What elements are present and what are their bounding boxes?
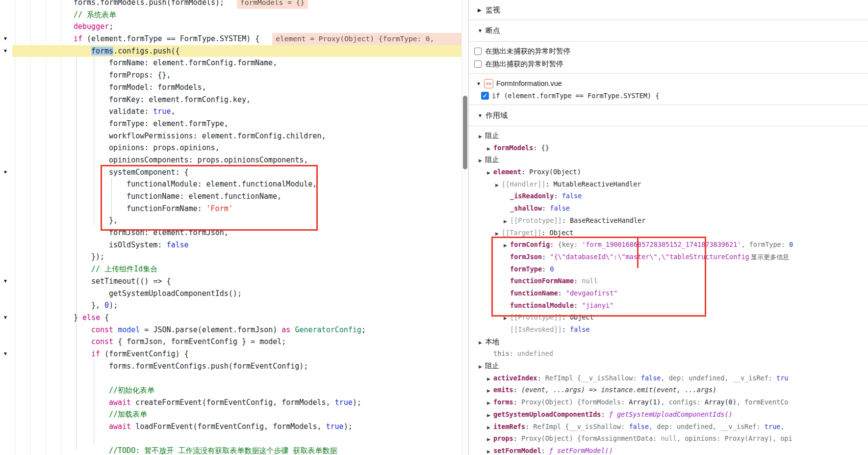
chevron-right-icon[interactable]: ▶ (495, 179, 502, 190)
chevron-right-icon[interactable]: ▶ (479, 131, 485, 142)
code-line[interactable]: const model = JSON.parse(element.formJso… (0, 324, 461, 336)
code-line[interactable]: formKey: element.formConfig.key, (0, 94, 461, 106)
code-line[interactable]: functionFormName: 'Form' (0, 203, 461, 215)
scope-row[interactable]: this: undefined (469, 348, 868, 360)
pause-caught-exceptions-row[interactable]: 在抛出捕获的异常时暂停 (474, 57, 868, 70)
code-line[interactable]: getSystemUploadComponentIds(); (0, 288, 461, 300)
checkbox-unchecked-icon[interactable] (474, 48, 482, 55)
scope-row[interactable]: ▶本地 (469, 336, 868, 348)
breakpoint-code-snippet[interactable]: if (element.formType == FormType.SYSTEM)… (492, 92, 659, 100)
scope-row[interactable]: ▶[[Prototype]]: BaseReactiveHandler (469, 214, 868, 227)
code-line[interactable]: formProps: {}, (0, 69, 461, 81)
chevron-down-icon[interactable]: ▼ (478, 28, 485, 33)
chevron-right-icon[interactable]: ▶ (478, 7, 485, 13)
code-fold-icon[interactable]: ▼ (2, 169, 9, 176)
code-line[interactable]: await createFormEvent(formEventConfig, f… (0, 397, 461, 409)
code-line[interactable]: opinions: props.opinions, (0, 142, 461, 154)
chevron-right-icon[interactable]: ▶ (487, 409, 493, 421)
code-line[interactable]: formName: element.formConfig.formName, (0, 57, 461, 69)
section-watch[interactable]: ▶ 监视 (469, 0, 868, 20)
scope-row[interactable]: ▶activeIndex: RefImpl {__v_isShallow: fa… (469, 372, 868, 384)
chevron-right-icon[interactable]: ▶ (487, 385, 493, 396)
section-scope[interactable]: ▼ 作用域 (469, 105, 868, 126)
chevron-right-icon[interactable]: ▶ (487, 373, 493, 384)
scope-row[interactable]: ▶formModels: {} (469, 142, 868, 154)
code-line[interactable]: functionalModule: element.functionalModu… (0, 178, 461, 190)
scope-row[interactable]: ▶getSystemUploadComponentIds: ƒ getSyste… (469, 408, 868, 421)
editor-scrollbar-thumb[interactable] (463, 96, 467, 169)
chevron-down-icon[interactable]: ▼ (478, 113, 485, 118)
code-line[interactable] (0, 372, 461, 384)
chevron-right-icon[interactable]: ▶ (479, 361, 485, 372)
code-line[interactable]: formModel: formModels, (0, 81, 461, 94)
code-line[interactable]: forms.formEventConfigs.push(formEventCon… (0, 360, 461, 373)
code-line[interactable]: const { formJson, formEventConfig } = mo… (0, 336, 461, 348)
chevron-right-icon[interactable]: ▶ (487, 433, 493, 445)
code-line[interactable]: workflowPermissions: element.formConfig.… (0, 130, 461, 142)
scope-row[interactable]: functionalModule: "jianyi" (469, 299, 868, 312)
code-line[interactable]: forms.formModels.push(formModels);formMo… (0, 0, 461, 9)
breakpoint-file-row[interactable]: ▼ <> FormInformation.vue (469, 78, 868, 89)
scope-row[interactable]: _isReadonly: false (469, 190, 868, 202)
code-line-execution[interactable]: forms.configs.push({ (0, 45, 461, 57)
scope-row[interactable]: [[IsRevoked]]: false (469, 323, 868, 336)
code-fold-icon[interactable]: ▼ (2, 35, 9, 42)
code-line[interactable]: if (formEventConfig) { (0, 348, 461, 360)
scope-row[interactable]: functionFormName: null (469, 275, 868, 287)
scope-row[interactable]: ▶formConfig: {key: 'form_190016868572830… (469, 239, 868, 251)
code-line[interactable]: if (element.formType == FormType.SYSTEM)… (0, 33, 461, 45)
code-line[interactable]: }, 0); (0, 299, 461, 312)
breakpoint-entry-row[interactable]: ✓ if (element.formType == FormType.SYSTE… (469, 89, 868, 102)
chevron-right-icon[interactable]: ▶ (487, 143, 493, 154)
scope-row[interactable]: functionName: "devgaofirst" (469, 287, 868, 299)
scope-row[interactable]: ▶阻止 (469, 130, 868, 142)
code-line[interactable]: //加载表单 (0, 408, 461, 421)
chevron-down-icon[interactable]: ▼ (476, 81, 483, 86)
code-line[interactable]: //TODO: 暂不放开 工作流没有获取表单数据这个步骤 获取表单数据 (0, 445, 461, 455)
editor-scrollbar-track[interactable] (461, 0, 468, 455)
code-line[interactable]: formType: element.formType, (0, 118, 461, 130)
chevron-right-icon[interactable]: ▶ (504, 215, 510, 227)
scope-row[interactable]: ▶阻止 (469, 154, 868, 166)
code-fold-icon[interactable]: ▼ (2, 314, 9, 321)
code-fold-icon[interactable]: ▼ (2, 48, 9, 54)
scope-row[interactable]: ▶[[Target]]: Object (469, 227, 868, 239)
scope-row[interactable]: ▶阻止 (469, 360, 868, 372)
code-line[interactable]: // 系统表单 (0, 9, 461, 21)
checkbox-checked-icon[interactable]: ✓ (481, 92, 489, 100)
chevron-right-icon[interactable]: ▶ (479, 337, 485, 348)
code-line[interactable]: functionName: element.functionName, (0, 190, 461, 203)
pause-uncaught-exceptions-row[interactable]: 在抛出未捕获的异常时暂停 (474, 45, 868, 57)
code-fold-icon[interactable]: ▼ (2, 350, 9, 357)
scope-row[interactable]: _shallow: false (469, 202, 868, 214)
code-line[interactable]: //初始化表单 (0, 384, 461, 397)
code-line[interactable]: validate: true, (0, 106, 461, 118)
code-fold-icon[interactable]: ▼ (2, 278, 9, 285)
code-line[interactable]: }, (0, 214, 461, 227)
code-line[interactable]: isOldSystem: false (0, 239, 461, 251)
code-line[interactable]: // 上传组件Id集合 (0, 263, 461, 275)
chevron-right-icon[interactable]: ▶ (487, 422, 493, 433)
scope-row[interactable]: ▶element: Proxy(Object) (469, 166, 868, 178)
source-editor-pane[interactable]: forms.formModels.push(formModels);formMo… (0, 0, 461, 455)
checkbox-unchecked-icon[interactable] (474, 60, 482, 68)
chevron-right-icon[interactable]: ▶ (487, 167, 493, 178)
chevron-right-icon[interactable]: ▶ (487, 397, 493, 408)
scope-row[interactable]: ▶forms: Proxy(Object) {formModels: Array… (469, 396, 868, 408)
code-line[interactable]: formJson: element.formJson, (0, 227, 461, 239)
code-line[interactable]: } else { (0, 312, 461, 324)
code-line[interactable]: }); (0, 251, 461, 263)
chevron-right-icon[interactable]: ▶ (495, 228, 502, 239)
scope-row[interactable]: ▶itemRefs: RefImpl {__v_isShallow: false… (469, 421, 868, 433)
scope-row[interactable]: ▶[[Prototype]]: Object (469, 311, 868, 323)
scope-row[interactable]: ▶[[Handler]]: MutableReactiveHandler (469, 178, 868, 190)
chevron-right-icon[interactable]: ▶ (504, 240, 510, 251)
section-breakpoints[interactable]: ▼ 断点 (469, 20, 868, 42)
code-line[interactable]: await loadFormEvent(formEventConfig, for… (0, 421, 461, 433)
code-line[interactable]: opinionsComponents: props.opinionsCompon… (0, 154, 461, 166)
code-line[interactable]: debugger; (0, 21, 461, 33)
scope-row[interactable]: ▶props: Proxy(Object) {formAssignmentDat… (469, 432, 868, 445)
scope-row[interactable]: ▶emits: (event, ...args) => instance.emi… (469, 384, 868, 396)
scope-row[interactable]: formJson: "{\"databaseId\":\"master\",\"… (469, 251, 868, 263)
scope-row[interactable]: ▶setFormModel: ƒ setFormModel() (469, 445, 868, 455)
